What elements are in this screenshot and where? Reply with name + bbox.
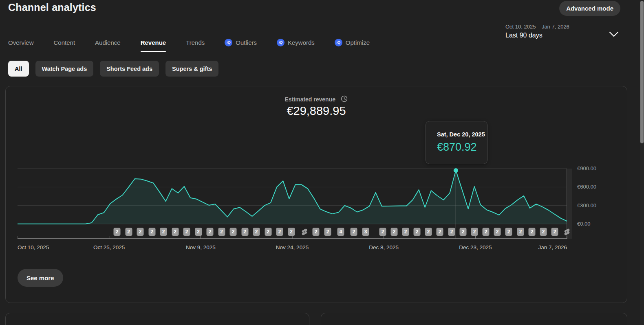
channel-analytics-page: Channel analytics Advanced mode Overview…	[0, 0, 644, 325]
video-count-marker[interactable]: 2	[391, 228, 398, 236]
y-axis-label: €900.00	[577, 165, 596, 171]
chevron-down-icon[interactable]	[608, 29, 620, 39]
video-count-marker[interactable]: 2	[276, 228, 283, 236]
date-preset-text: Last 90 days	[505, 32, 569, 39]
date-range-filter[interactable]: Oct 10, 2025 – Jan 7, 2026 Last 90 days	[505, 24, 569, 39]
video-count-marker[interactable]: 2	[137, 228, 144, 236]
tab-revenue[interactable]: Revenue	[141, 33, 166, 52]
video-count-marker[interactable]: 2	[505, 228, 512, 236]
video-marker-row: 2222222222222222224232222222222222222	[18, 228, 572, 237]
scrollbar	[640, 0, 644, 325]
iq-badge-icon: iQ	[335, 39, 342, 46]
video-count-marker[interactable]: 2	[425, 228, 432, 236]
x-axis-label: Nov 24, 2025	[276, 244, 309, 250]
video-count-marker[interactable]: 2	[241, 228, 248, 236]
date-range-text: Oct 10, 2025 – Jan 7, 2026	[505, 24, 569, 30]
chip-all[interactable]: All	[8, 61, 29, 77]
revenue-filter-chips: AllWatch Page adsShorts Feed adsSupers &…	[8, 61, 218, 77]
tab-keywords[interactable]: iQKeywords	[277, 33, 315, 52]
x-axis-label: Dec 8, 2025	[369, 244, 399, 250]
tab-label: Audience	[95, 39, 121, 46]
tab-label: Outliers	[236, 39, 257, 46]
video-count-marker[interactable]: 2	[351, 228, 357, 236]
chip-watch-page-ads[interactable]: Watch Page ads	[35, 61, 94, 77]
video-count-marker[interactable]: 2	[218, 228, 225, 236]
video-count-marker[interactable]: 2	[529, 228, 536, 236]
metric-label: Estimated revenue	[285, 96, 336, 103]
x-axis-label: Nov 9, 2025	[186, 244, 216, 250]
video-count-marker[interactable]: 2	[172, 228, 179, 236]
video-count-marker[interactable]: 2	[460, 228, 467, 236]
tooltip-value: €870.92	[437, 141, 487, 154]
advanced-mode-button[interactable]: Advanced mode	[559, 1, 620, 16]
chip-shorts-feed-ads[interactable]: Shorts Feed ads	[100, 61, 159, 77]
video-count-marker[interactable]: 2	[160, 228, 167, 236]
tab-outliers[interactable]: iQOutliers	[225, 33, 257, 52]
shorts-video-marker-icon[interactable]	[301, 228, 309, 236]
video-count-marker[interactable]: 2	[494, 228, 501, 236]
shorts-video-marker-icon[interactable]	[563, 228, 571, 236]
video-count-marker[interactable]: 2	[265, 228, 271, 236]
video-count-marker[interactable]: 2	[517, 228, 524, 236]
tab-label: Trends	[186, 39, 205, 46]
video-count-marker[interactable]: 2	[402, 228, 409, 236]
y-axis-label: €300.00	[577, 202, 596, 209]
video-count-marker[interactable]: 2	[324, 228, 331, 236]
info-clock-icon[interactable]	[341, 95, 348, 102]
video-count-marker[interactable]: 4	[337, 228, 344, 236]
highlighted-data-point[interactable]	[454, 168, 458, 173]
y-axis-label: €0.00	[577, 221, 591, 227]
estimated-revenue-card: Estimated revenue €29,889.95 22222222222…	[5, 86, 627, 303]
y-axis-label: €600.00	[577, 184, 596, 190]
video-count-marker[interactable]: 2	[183, 228, 190, 236]
revenue-area-fill	[18, 170, 567, 224]
chart-tooltip: Sat, Dec 20, 2025 €870.92	[426, 121, 487, 164]
video-count-marker[interactable]: 2	[483, 228, 490, 236]
analytics-tab-bar: OverviewContentAudienceRevenueTrendsiQOu…	[8, 33, 370, 52]
video-count-marker[interactable]: 2	[114, 228, 121, 236]
preview-card-right	[321, 313, 627, 325]
x-axis-label: Oct 25, 2025	[93, 244, 125, 250]
tab-label: Revenue	[141, 39, 166, 46]
video-count-marker[interactable]: 2	[313, 228, 320, 236]
video-count-marker[interactable]: 2	[230, 228, 237, 236]
video-count-marker[interactable]: 2	[288, 228, 295, 236]
tab-optimize[interactable]: iQOptimize	[335, 33, 370, 52]
video-count-marker[interactable]: 2	[414, 228, 421, 236]
chip-supers-gifts[interactable]: Supers & gifts	[165, 61, 218, 77]
video-count-marker[interactable]: 2	[195, 228, 202, 236]
tab-label: Overview	[8, 39, 34, 46]
video-count-marker[interactable]: 2	[207, 228, 214, 236]
see-more-label: See more	[26, 274, 54, 281]
x-axis-label: Jan 7, 2026	[538, 244, 567, 250]
video-count-marker[interactable]: 2	[551, 228, 558, 236]
metric-value: €29,889.95	[6, 104, 627, 118]
tab-label: Optimize	[346, 39, 370, 46]
advanced-mode-label: Advanced mode	[566, 5, 613, 12]
page-title: Channel analytics	[8, 2, 96, 13]
tab-label: Keywords	[288, 39, 315, 46]
x-axis-labels: Oct 10, 2025Oct 25, 2025Nov 9, 2025Nov 2…	[18, 244, 572, 251]
iq-badge-icon: iQ	[225, 39, 232, 46]
video-count-marker[interactable]: 3	[362, 228, 369, 236]
video-count-marker[interactable]: 2	[125, 228, 132, 236]
iq-badge-icon: iQ	[277, 39, 285, 46]
tooltip-date: Sat, Dec 20, 2025	[437, 131, 487, 138]
scrollbar-thumb[interactable]	[640, 1, 644, 143]
video-count-marker[interactable]: 2	[540, 228, 547, 236]
tab-overview[interactable]: Overview	[8, 33, 34, 52]
video-count-marker[interactable]: 2	[379, 228, 386, 236]
tab-trends[interactable]: Trends	[186, 33, 205, 52]
x-axis-label: Oct 10, 2025	[18, 244, 49, 250]
tab-content[interactable]: Content	[54, 33, 75, 52]
preview-card-left	[5, 313, 309, 325]
video-count-marker[interactable]: 2	[471, 228, 478, 236]
video-count-marker[interactable]: 2	[448, 228, 455, 236]
tab-label: Content	[54, 39, 75, 46]
video-count-marker[interactable]: 2	[148, 228, 155, 236]
see-more-button[interactable]: See more	[18, 269, 63, 287]
video-count-marker[interactable]: 2	[253, 228, 260, 236]
tab-audience[interactable]: Audience	[95, 33, 121, 52]
metric-header: Estimated revenue	[6, 95, 627, 103]
video-count-marker[interactable]: 2	[437, 228, 443, 236]
